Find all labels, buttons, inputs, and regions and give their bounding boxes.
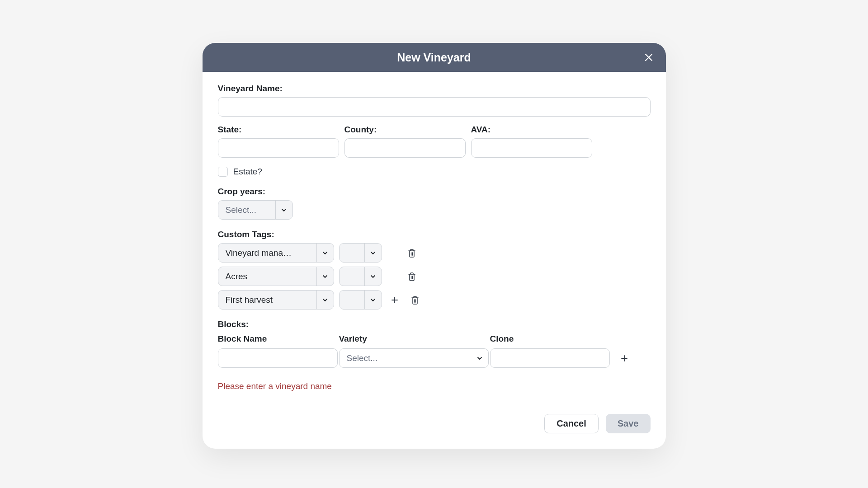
- tag-name-value: Vineyard mana…: [226, 248, 312, 258]
- modal-footer: Cancel Save: [203, 400, 666, 449]
- blocks-label: Blocks:: [218, 319, 651, 329]
- add-block-button[interactable]: [617, 351, 632, 366]
- add-tag-button[interactable]: [387, 292, 402, 308]
- custom-tags-label: Custom Tags:: [218, 230, 651, 239]
- tag-name-select[interactable]: Vineyard mana…: [218, 243, 334, 263]
- clone-header: Clone: [490, 334, 611, 344]
- plus-icon: [391, 296, 398, 304]
- tag-name-select[interactable]: Acres: [218, 267, 334, 286]
- modal-body: Vineyard Name: State: County: AVA: Estat…: [203, 72, 666, 400]
- tag-value-select[interactable]: [339, 267, 382, 286]
- delete-tag-button[interactable]: [407, 292, 423, 308]
- tag-name-value: Acres: [226, 272, 312, 282]
- new-vineyard-modal: New Vineyard Vineyard Name: State: Count…: [203, 43, 666, 449]
- chevron-down-icon: [364, 291, 382, 309]
- ava-input[interactable]: [471, 138, 592, 158]
- estate-label: Estate?: [233, 167, 262, 177]
- custom-tag-row: First harvest: [218, 290, 651, 310]
- trash-icon: [411, 296, 419, 305]
- plus-icon: [621, 355, 628, 362]
- block-name-input[interactable]: [218, 348, 338, 368]
- save-button[interactable]: Save: [606, 414, 651, 433]
- crop-years-select[interactable]: Select...: [218, 200, 293, 220]
- modal-header: New Vineyard: [203, 43, 666, 72]
- chevron-down-icon: [316, 267, 334, 286]
- chevron-down-icon: [316, 244, 334, 262]
- variety-value: Select...: [347, 353, 467, 363]
- save-button-label: Save: [618, 418, 639, 429]
- chevron-down-icon: [316, 291, 334, 309]
- county-input[interactable]: [344, 138, 466, 158]
- county-label: County:: [344, 125, 466, 135]
- variety-select[interactable]: Select...: [339, 348, 489, 368]
- estate-checkbox[interactable]: [218, 167, 228, 177]
- tag-value-select[interactable]: [339, 243, 382, 263]
- cancel-button[interactable]: Cancel: [544, 414, 599, 433]
- modal-title: New Vineyard: [397, 51, 471, 64]
- close-icon: [644, 53, 653, 62]
- tag-name-value: First harvest: [226, 295, 312, 305]
- delete-tag-button[interactable]: [404, 245, 420, 261]
- location-row: State: County: AVA:: [218, 125, 651, 158]
- block-row: Select...: [218, 348, 651, 368]
- custom-tag-row: Vineyard mana…: [218, 243, 651, 263]
- chevron-down-icon: [364, 267, 382, 286]
- state-input[interactable]: [218, 138, 339, 158]
- ava-label: AVA:: [471, 125, 592, 135]
- tag-name-select[interactable]: First harvest: [218, 290, 334, 310]
- crop-years-value: Select...: [226, 205, 271, 215]
- tag-value-select[interactable]: [339, 290, 382, 310]
- crop-years-label: Crop years:: [218, 187, 651, 197]
- estate-row: Estate?: [218, 167, 651, 177]
- delete-tag-button[interactable]: [404, 269, 420, 284]
- cancel-button-label: Cancel: [557, 418, 586, 429]
- error-message: Please enter a vineyard name: [218, 381, 651, 391]
- variety-header: Variety: [339, 334, 490, 344]
- chevron-down-icon: [364, 244, 382, 262]
- vineyard-name-input[interactable]: [218, 97, 651, 117]
- trash-icon: [408, 272, 416, 281]
- custom-tag-row: Acres: [218, 267, 651, 286]
- close-button[interactable]: [642, 51, 655, 64]
- trash-icon: [408, 249, 416, 258]
- vineyard-name-label: Vineyard Name:: [218, 84, 651, 94]
- chevron-down-icon: [471, 349, 488, 367]
- chevron-down-icon: [275, 201, 292, 219]
- blocks-header: Block Name Variety Clone: [218, 334, 651, 344]
- state-label: State:: [218, 125, 339, 135]
- block-name-header: Block Name: [218, 334, 339, 344]
- clone-input[interactable]: [490, 348, 610, 368]
